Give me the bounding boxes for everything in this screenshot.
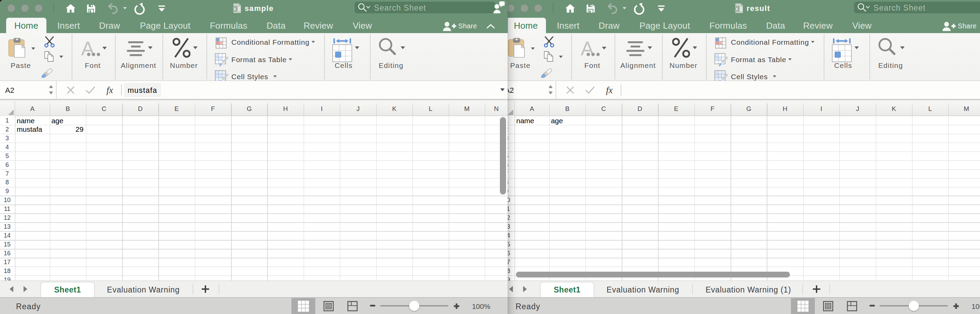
svg-text:X: X [234,7,236,11]
svg-text:X: X [735,7,738,11]
